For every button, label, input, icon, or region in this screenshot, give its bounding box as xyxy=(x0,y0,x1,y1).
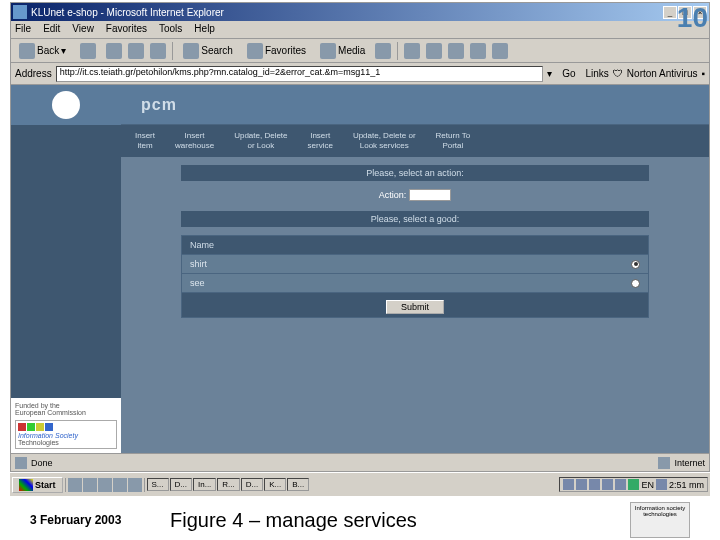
action-value: Update xyxy=(412,190,441,200)
separator xyxy=(172,42,173,60)
stop-icon[interactable] xyxy=(106,43,122,59)
footer-date: 3 February 2003 xyxy=(30,513,170,527)
menu-tools[interactable]: Tools xyxy=(159,23,182,36)
tray-icon[interactable] xyxy=(615,479,626,490)
logo-icon xyxy=(52,91,80,119)
menu-edit[interactable]: Edit xyxy=(43,23,60,36)
links-label[interactable]: Links xyxy=(586,68,609,79)
lang-label: EN xyxy=(641,480,654,490)
action-select[interactable]: Update ▾ xyxy=(409,189,452,201)
ql-icon[interactable] xyxy=(128,478,142,492)
action-row: Action: Update ▾ xyxy=(181,189,649,201)
system-tray: EN 2:51 mm xyxy=(559,477,708,492)
quick-launch xyxy=(65,478,145,492)
goods-row[interactable]: shirt xyxy=(182,254,648,273)
go-button[interactable]: Go xyxy=(556,68,581,79)
minimize-button[interactable]: _ xyxy=(663,6,677,19)
search-label: Search xyxy=(201,45,233,56)
submit-button[interactable]: Submit xyxy=(386,300,444,314)
tray-icon[interactable] xyxy=(563,479,574,490)
menu-favorites[interactable]: Favorites xyxy=(106,23,147,36)
task-button[interactable]: S... xyxy=(147,478,169,491)
main-panel: pcm Insert item Insert warehouse Update,… xyxy=(121,85,709,453)
goods-row[interactable]: see xyxy=(182,273,648,292)
forward-icon xyxy=(80,43,96,59)
titlebar: KLUnet e-shop - Microsoft Internet Explo… xyxy=(11,3,709,21)
ql-icon[interactable] xyxy=(83,478,97,492)
ec-label: European Commission xyxy=(15,409,117,416)
tray-icon[interactable] xyxy=(576,479,587,490)
ql-icon[interactable] xyxy=(113,478,127,492)
ist-logo: Information Society Technologies xyxy=(15,420,117,449)
menu-file[interactable]: File xyxy=(15,23,31,36)
tray-icon[interactable] xyxy=(656,479,667,490)
edit-icon[interactable] xyxy=(448,43,464,59)
address-label: Address xyxy=(15,68,52,79)
addressbar: Address http://it.cs.teiath.gr/petohilon… xyxy=(11,63,709,85)
section-select-action: Please, select an action: xyxy=(181,165,649,181)
nav-insert-service[interactable]: Insert service xyxy=(302,129,339,152)
toolbar: Back ▾ Search Favorites Media xyxy=(11,39,709,63)
ist-sq-icon xyxy=(45,423,53,431)
ql-icon[interactable] xyxy=(68,478,82,492)
clock[interactable]: 2:51 mm xyxy=(669,480,704,490)
task-button[interactable]: D... xyxy=(170,478,192,491)
favorites-label: Favorites xyxy=(265,45,306,56)
ie-icon xyxy=(13,5,27,19)
ist-sq-icon xyxy=(27,423,35,431)
ql-icon[interactable] xyxy=(98,478,112,492)
nav-insert-warehouse[interactable]: Insert warehouse xyxy=(169,129,220,152)
menu-view[interactable]: View xyxy=(72,23,94,36)
ist-footer-logo: Information society technologies xyxy=(630,502,690,538)
app-title: pcm xyxy=(141,96,177,114)
discuss-icon[interactable] xyxy=(470,43,486,59)
search-icon xyxy=(183,43,199,59)
address-dropdown-icon[interactable]: ▾ xyxy=(547,68,552,79)
status-zone: Internet xyxy=(674,458,705,468)
mail-icon[interactable] xyxy=(404,43,420,59)
status-done: Done xyxy=(31,458,53,468)
page-content: Funded by the European Commission Inform… xyxy=(11,85,709,453)
nav-update-services[interactable]: Update, Delete or Look services xyxy=(347,129,422,152)
action-label: Action: xyxy=(379,190,407,200)
task-button[interactable]: K... xyxy=(264,478,286,491)
nav-update-delete-look[interactable]: Update, Delete or Look xyxy=(228,129,293,152)
messenger-icon[interactable] xyxy=(492,43,508,59)
lang-indicator[interactable] xyxy=(628,479,639,490)
radio-see[interactable] xyxy=(631,279,640,288)
task-button[interactable]: R... xyxy=(217,478,239,491)
forward-button[interactable] xyxy=(76,41,100,61)
media-button[interactable]: Media xyxy=(316,41,369,61)
task-button[interactable]: D... xyxy=(241,478,263,491)
print-icon[interactable] xyxy=(426,43,442,59)
media-label: Media xyxy=(338,45,365,56)
task-button[interactable]: In... xyxy=(193,478,216,491)
norton-action-icon[interactable]: ▪ xyxy=(701,68,705,79)
media-icon xyxy=(320,43,336,59)
task-button[interactable]: B... xyxy=(287,478,309,491)
page-body: Please, select an action: Action: Update… xyxy=(121,157,709,453)
good-name: see xyxy=(190,278,205,288)
tray-icon[interactable] xyxy=(589,479,600,490)
start-button[interactable]: Start xyxy=(12,477,63,493)
back-button[interactable]: Back ▾ xyxy=(15,41,70,61)
nav-insert-item[interactable]: Insert item xyxy=(129,129,161,152)
tray-icon[interactable] xyxy=(602,479,613,490)
nav-return-portal[interactable]: Return To Portal xyxy=(430,129,477,152)
start-label: Start xyxy=(35,480,56,490)
home-icon[interactable] xyxy=(150,43,166,59)
address-input[interactable]: http://it.cs.teiath.gr/petohilon/kms.php… xyxy=(56,66,543,82)
menu-help[interactable]: Help xyxy=(194,23,215,36)
back-icon xyxy=(19,43,35,59)
radio-shirt[interactable] xyxy=(631,260,640,269)
favorites-button[interactable]: Favorites xyxy=(243,41,310,61)
logo-box xyxy=(11,85,121,125)
refresh-icon[interactable] xyxy=(128,43,144,59)
sidebar: Funded by the European Commission Inform… xyxy=(11,85,121,453)
history-icon[interactable] xyxy=(375,43,391,59)
window-title: KLUnet e-shop - Microsoft Internet Explo… xyxy=(31,7,663,18)
windows-icon xyxy=(19,479,33,491)
search-button[interactable]: Search xyxy=(179,41,237,61)
sidebar-footer: Funded by the European Commission Inform… xyxy=(11,398,121,453)
slide-footer: 3 February 2003 Figure 4 – manage servic… xyxy=(10,502,710,538)
